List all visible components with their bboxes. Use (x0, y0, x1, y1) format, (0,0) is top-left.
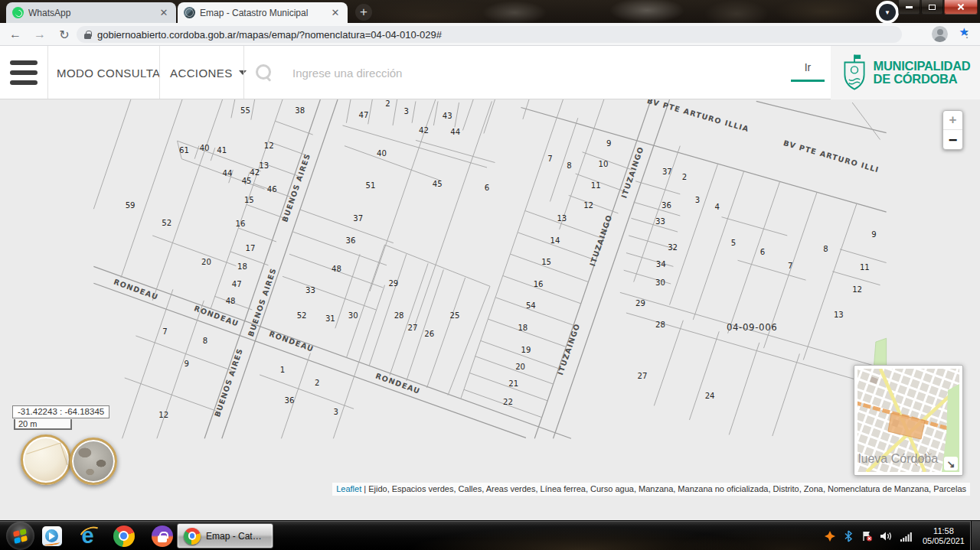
maximize-button[interactable] (921, 0, 943, 15)
parcel-number: 45 (433, 180, 443, 188)
tab-label: Emap - Catastro Municipal (200, 8, 325, 18)
parcel-number: 16 (236, 220, 246, 228)
parcel-number: 9 (184, 360, 188, 368)
parcel-number: 59 (126, 201, 136, 210)
leaflet-link[interactable]: Leaflet (336, 484, 361, 493)
minimap-toggle-icon[interactable]: ↘ (944, 457, 958, 470)
zoom-control: + − (942, 110, 963, 150)
back-button[interactable]: ← (6, 25, 24, 44)
zoom-in-button[interactable]: + (943, 111, 962, 130)
parcel-number: 13 (259, 161, 269, 170)
parcel-number: 20 (515, 363, 525, 371)
show-desktop-button[interactable] (970, 521, 980, 550)
parcel-number: 1 (280, 366, 285, 375)
search-icon (256, 64, 273, 81)
map-attribution: Leaflet | Ejido, Espacios verdes, Calles… (332, 483, 970, 496)
emap-favicon (184, 7, 195, 18)
profile-avatar[interactable] (932, 26, 948, 42)
tab-label: WhatsApp (28, 8, 153, 18)
parcel-number: 2 (315, 379, 319, 387)
network-signal-icon[interactable] (900, 530, 913, 542)
volume-icon[interactable] (880, 530, 893, 542)
parcel-number: 37 (662, 168, 672, 176)
internet-explorer-icon[interactable]: e (76, 524, 100, 548)
parcel-number: 43 (443, 112, 452, 120)
menu-hamburger-icon[interactable] (10, 57, 38, 88)
parcel-number: 36 (662, 201, 671, 210)
parcel-number: 42 (419, 126, 429, 135)
minimap[interactable]: poldo L lueva Córdoba ↘ (854, 365, 963, 476)
new-tab-button[interactable]: + (355, 4, 372, 21)
parcel-number: 6 (760, 248, 765, 256)
parcel-number: 12 (583, 201, 593, 210)
parcel-number: 14 (550, 236, 560, 245)
parcel-number: 4 (715, 203, 720, 211)
tab-whatsapp[interactable]: WhatsApp ✕ (6, 2, 176, 23)
browser-toolbar: ← → ↻ gobiernoabierto.cordoba.gob.ar/map… (0, 23, 980, 46)
reload-button[interactable]: ↻ (55, 25, 74, 44)
parcel-number: 41 (217, 146, 227, 155)
parcel-number: 47 (232, 280, 242, 288)
parcel-number: 33 (655, 217, 665, 226)
secure-browser-icon[interactable] (150, 524, 174, 548)
parcel-number: 21 (508, 379, 518, 388)
parcel-number: 48 (332, 265, 341, 273)
parcel-number: 7 (162, 327, 167, 336)
parcel-number: 13 (834, 311, 844, 319)
bluetooth-icon[interactable] (843, 530, 854, 542)
start-button[interactable] (6, 522, 34, 550)
forward-button[interactable]: → (31, 25, 49, 44)
parcel-number: 38 (295, 106, 305, 115)
parcel-number: 5 (731, 239, 736, 247)
parcel-number: 45 (242, 177, 252, 185)
parcel-number: 51 (365, 181, 375, 190)
go-button[interactable]: Ir (791, 61, 825, 82)
address-bar[interactable]: gobiernoabierto.cordoba.gob.ar/mapas/ema… (77, 26, 902, 43)
minimap-area-label: lueva Córdoba (858, 452, 938, 466)
browser-menu-icon[interactable]: ⋮ (960, 27, 974, 41)
parcel-number: 30 (655, 278, 665, 287)
parcel-number: 19 (521, 346, 531, 354)
parcel-number: 61 (179, 146, 189, 155)
modo-consulta-button[interactable]: MODO CONSULTA (57, 46, 160, 99)
parcel-number: 12 (852, 285, 862, 294)
padlock-icon (84, 31, 91, 39)
recorder-overlay-icon[interactable]: ▼ (876, 1, 899, 24)
tab-close-icon[interactable]: ✕ (158, 7, 170, 19)
clock[interactable]: 11:58 05/05/2021 (923, 526, 965, 546)
url-text: gobiernoabierto.cordoba.gob.ar/mapas/ema… (97, 29, 442, 41)
system-tray: 11:58 05/05/2021 (824, 521, 965, 550)
map-canvas[interactable]: 5538247343424461404112409781037213444245… (0, 99, 980, 520)
parcel-number: 40 (377, 149, 387, 158)
parcel-number: 6 (485, 184, 489, 192)
photo-thumbnail-2[interactable] (70, 438, 117, 485)
photo-thumbnail-1[interactable] (21, 434, 71, 485)
parcel-number: 2 (385, 99, 390, 108)
media-player-icon[interactable] (40, 524, 64, 548)
action-center-flag-icon[interactable] (861, 530, 873, 542)
coordinates-readout: -31.42243 : -64.18345 (12, 405, 109, 418)
parcel-number: 42 (250, 168, 260, 177)
tab-close-icon[interactable]: ✕ (329, 7, 341, 19)
active-task-button[interactable]: Emap - Catastro ... (177, 523, 273, 548)
close-button[interactable] (944, 0, 978, 15)
parcel-number: 27 (638, 372, 648, 380)
tab-emap[interactable]: Emap - Catastro Municipal ✕ (178, 2, 348, 23)
parcel-number: 3 (695, 196, 700, 204)
search-input[interactable]: Ingrese una dirección (292, 46, 402, 99)
chrome-icon[interactable] (112, 524, 136, 548)
cadastral-map[interactable]: 5538247343424461404112409781037213444245… (0, 99, 980, 520)
avast-tray-icon[interactable] (824, 530, 836, 542)
zoom-out-button[interactable]: − (943, 130, 962, 150)
acciones-dropdown[interactable]: ACCIONES (170, 46, 247, 99)
municipalidad-logo: MUNICIPALIDAD DE CÓRDOBA (831, 46, 980, 99)
parcel-number: 28 (394, 311, 404, 320)
parcel-number: 12 (264, 142, 274, 150)
whatsapp-icon (12, 7, 24, 18)
parcel-number: 3 (404, 107, 409, 116)
minimize-button[interactable] (898, 0, 920, 15)
parcel-number: 15 (244, 196, 254, 204)
parcel-number: 20 (201, 258, 211, 266)
parcel-number: 18 (518, 324, 528, 332)
parcel-number: 44 (450, 128, 460, 136)
